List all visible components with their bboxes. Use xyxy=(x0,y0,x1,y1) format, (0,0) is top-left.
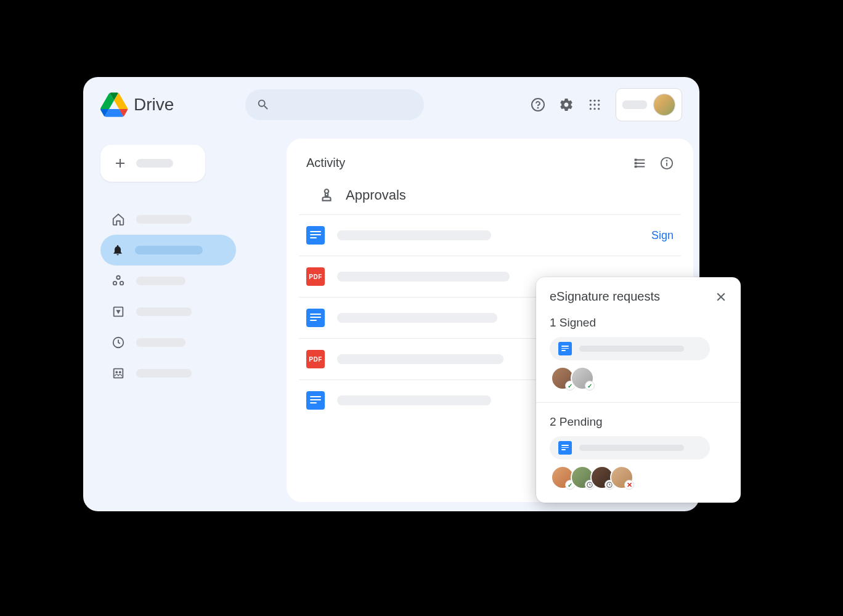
gear-icon xyxy=(559,97,574,112)
popup-header: eSignature requests xyxy=(550,290,727,304)
svg-point-3 xyxy=(593,100,595,102)
search-icon xyxy=(256,98,270,111)
svg-point-8 xyxy=(590,108,592,110)
svg-point-24 xyxy=(667,160,667,161)
popup-section-signed-title: 1 Signed xyxy=(550,316,727,330)
svg-rect-21 xyxy=(635,165,637,168)
doc-name-placeholder xyxy=(337,313,497,323)
svg-point-11 xyxy=(116,276,120,280)
nav-mydrive[interactable] xyxy=(100,296,255,327)
docs-file-icon xyxy=(306,309,325,327)
home-icon xyxy=(112,213,125,226)
popup-section-pending-title: 2 Pending xyxy=(550,415,727,429)
clock-icon xyxy=(112,336,125,349)
close-icon xyxy=(715,291,727,303)
plus-icon xyxy=(113,156,128,171)
workspaces-icon xyxy=(112,274,125,288)
new-button[interactable] xyxy=(100,145,205,182)
account-switcher[interactable] xyxy=(616,88,682,121)
pdf-file-icon: PDF xyxy=(306,350,325,368)
docs-file-icon xyxy=(558,342,572,355)
nav-label-placeholder xyxy=(136,369,192,378)
help-button[interactable] xyxy=(531,97,545,112)
signer-avatar[interactable]: ✓ xyxy=(571,367,594,390)
nav-label-placeholder xyxy=(136,215,192,224)
nav-shared[interactable] xyxy=(100,265,255,296)
signer-avatars: ✓ ✓ xyxy=(551,367,727,390)
apps-grid-icon xyxy=(588,99,601,111)
status-declined-icon: ✕ xyxy=(624,480,634,490)
bell-icon xyxy=(112,244,124,256)
info-icon xyxy=(660,156,674,170)
nav-label-placeholder xyxy=(136,307,192,316)
svg-point-5 xyxy=(590,103,592,105)
header-actions xyxy=(531,88,682,121)
list-view-icon xyxy=(633,156,646,170)
doc-name-placeholder xyxy=(579,346,684,352)
svg-point-1 xyxy=(538,108,539,108)
approvals-stamp-icon xyxy=(319,187,335,203)
doc-name-placeholder xyxy=(337,230,491,240)
docs-file-icon xyxy=(306,391,325,410)
panel-title: Activity xyxy=(306,156,345,170)
doc-name-placeholder xyxy=(337,272,510,282)
help-icon xyxy=(531,97,545,112)
layout-toggle-button[interactable] xyxy=(633,156,646,170)
svg-rect-20 xyxy=(635,162,637,164)
sidebar xyxy=(100,145,255,389)
divider xyxy=(536,402,741,403)
svg-point-4 xyxy=(598,100,600,102)
doc-name-placeholder xyxy=(337,395,491,405)
nav xyxy=(100,204,255,389)
docs-file-icon xyxy=(558,441,572,455)
nav-activity[interactable] xyxy=(100,235,236,265)
nav-recent[interactable] xyxy=(100,327,255,358)
signer-avatars: ✓ ✕ xyxy=(551,466,727,489)
drive-logo-icon xyxy=(100,92,128,117)
doc-name-placeholder xyxy=(337,354,503,364)
svg-point-9 xyxy=(593,108,595,110)
pdf-file-icon: PDF xyxy=(306,267,325,286)
sign-link[interactable]: Sign xyxy=(651,229,674,242)
svg-point-25 xyxy=(325,189,329,193)
nav-sharedwithme[interactable] xyxy=(100,358,255,389)
new-label-placeholder xyxy=(136,159,173,168)
close-button[interactable] xyxy=(715,291,727,303)
apps-button[interactable] xyxy=(587,97,602,112)
drive-icon xyxy=(112,305,125,318)
popup-title: eSignature requests xyxy=(550,290,660,304)
svg-point-13 xyxy=(120,282,124,285)
people-icon xyxy=(112,367,125,380)
svg-point-17 xyxy=(115,371,118,373)
logo[interactable]: Drive xyxy=(100,92,174,117)
popup-doc-chip[interactable] xyxy=(550,337,710,360)
popup-doc-chip[interactable] xyxy=(550,436,710,460)
svg-point-10 xyxy=(598,108,600,110)
section-header: Approvals xyxy=(299,170,681,215)
signer-avatar[interactable]: ✕ xyxy=(610,466,633,489)
svg-rect-16 xyxy=(114,369,123,378)
nav-label-placeholder xyxy=(136,277,185,285)
section-title: Approvals xyxy=(346,187,406,203)
svg-point-12 xyxy=(113,282,117,285)
nav-label-placeholder xyxy=(136,338,185,347)
account-label-placeholder xyxy=(622,100,647,109)
panel-header: Activity xyxy=(287,156,693,170)
settings-button[interactable] xyxy=(559,97,574,112)
nav-home[interactable] xyxy=(100,204,255,235)
svg-point-18 xyxy=(119,371,121,373)
header: Drive xyxy=(83,77,699,132)
esignature-popup: eSignature requests 1 Signed ✓ ✓ 2 Pendi… xyxy=(536,277,741,503)
svg-point-6 xyxy=(593,103,595,105)
user-avatar[interactable] xyxy=(653,94,675,116)
search-input[interactable] xyxy=(245,89,424,120)
svg-point-2 xyxy=(590,100,592,102)
doc-row[interactable]: Sign xyxy=(299,215,681,256)
info-button[interactable] xyxy=(660,156,674,170)
status-signed-icon: ✓ xyxy=(585,381,595,391)
nav-label-placeholder xyxy=(135,246,203,254)
svg-rect-19 xyxy=(635,158,637,161)
app-title: Drive xyxy=(134,95,174,115)
doc-name-placeholder xyxy=(579,445,684,451)
docs-file-icon xyxy=(306,226,325,245)
